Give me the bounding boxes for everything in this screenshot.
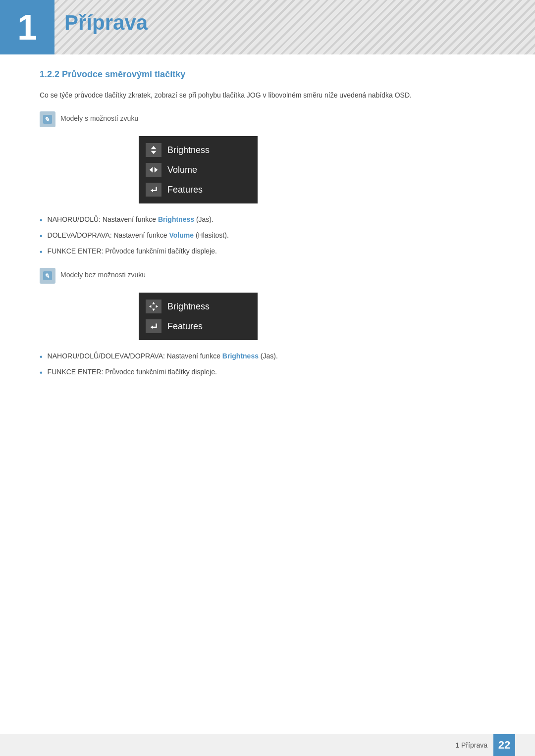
four-arrow-icon xyxy=(148,301,159,312)
osd-label-volume: Volume xyxy=(167,165,197,175)
osd-item-brightness-2: Brightness xyxy=(139,297,258,316)
svg-marker-10 xyxy=(152,309,155,311)
left-right-arrow-icon xyxy=(148,164,159,175)
osd-label-features: Features xyxy=(167,185,203,195)
osd-menu-with-sound: Brightness Volume xyxy=(139,136,258,203)
bullet-brightness-text: NAHORU/DOLŮ: Nastavení funkce Brightness… xyxy=(48,214,214,225)
bullet-enter-1: FUNKCE ENTER: Průvodce funkčními tlačítk… xyxy=(40,246,495,258)
enter-arrow-icon xyxy=(148,184,159,195)
svg-marker-2 xyxy=(151,146,157,149)
osd-item-volume: Volume xyxy=(139,160,258,180)
svg-text:✎: ✎ xyxy=(44,116,50,123)
bullets-with-sound: NAHORU/DOLŮ: Nastavení funkce Brightness… xyxy=(40,214,495,258)
osd-icon-features-enter xyxy=(146,183,161,197)
svg-marker-6 xyxy=(151,189,154,193)
pencil-icon-2: ✎ xyxy=(42,270,53,281)
chapter-block: 1 xyxy=(0,0,54,54)
bullet-enter-2-text: FUNKCE ENTER: Průvodce funkčními tlačítk… xyxy=(48,367,217,377)
note-without-sound-row: ✎ Modely bez možnosti zvuku xyxy=(40,268,495,284)
svg-marker-9 xyxy=(152,302,155,304)
svg-marker-11 xyxy=(149,305,152,308)
osd-icon-brightness xyxy=(146,143,161,157)
svg-marker-3 xyxy=(151,151,157,154)
svg-marker-4 xyxy=(150,167,153,173)
osd-label-features-2: Features xyxy=(167,321,203,332)
footer-page-number: 22 xyxy=(493,734,515,756)
volume-bold: Volume xyxy=(169,231,194,239)
osd-label-brightness-2: Brightness xyxy=(167,302,210,312)
main-content: 1.2.2 Průvodce směrovými tlačítky Co se … xyxy=(40,69,495,389)
note-icon-sound: ✎ xyxy=(40,111,55,127)
footer: 1 Příprava 22 xyxy=(0,734,535,756)
bullets-without-sound: NAHORU/DOLŮ/DOLEVA/DOPRAVA: Nastavení fu… xyxy=(40,351,495,379)
note-with-sound-text: Modely s možností zvuku xyxy=(60,111,138,122)
bullet-volume-text: DOLEVA/DOPRAVA: Nastavení funkce Volume … xyxy=(48,230,229,241)
up-down-arrow-icon xyxy=(148,145,159,155)
osd-icon-volume xyxy=(146,163,161,177)
intro-text: Co se týče průvodce tlačítky zkratek, zo… xyxy=(40,90,495,101)
osd-without-sound: Brightness Features xyxy=(139,293,495,340)
brightness-bold: Brightness xyxy=(158,215,194,223)
svg-marker-12 xyxy=(156,305,159,308)
osd-item-brightness: Brightness xyxy=(139,140,258,160)
bullet-enter-1-text: FUNKCE ENTER: Průvodce funkčními tlačítk… xyxy=(48,246,217,256)
chapter-number: 1 xyxy=(17,7,37,48)
osd-item-features: Features xyxy=(139,180,258,200)
svg-marker-13 xyxy=(151,326,154,329)
osd-item-features-2: Features xyxy=(139,316,258,336)
svg-text:✎: ✎ xyxy=(44,272,50,280)
pencil-icon: ✎ xyxy=(42,114,53,125)
osd-with-sound: Brightness Volume xyxy=(139,136,495,203)
enter-arrow-icon-2 xyxy=(148,321,159,332)
note-with-sound-row: ✎ Modely s možností zvuku xyxy=(40,111,495,127)
bullet-enter-2: FUNKCE ENTER: Průvodce funkčními tlačítk… xyxy=(40,367,495,379)
brightness-bold-2: Brightness xyxy=(222,352,259,360)
section-heading: 1.2.2 Průvodce směrovými tlačítky xyxy=(40,69,495,80)
osd-menu-without-sound: Brightness Features xyxy=(139,293,258,340)
osd-label-brightness: Brightness xyxy=(167,145,210,155)
bullet-brightness-2-text: NAHORU/DOLŮ/DOLEVA/DOPRAVA: Nastavení fu… xyxy=(48,351,278,361)
bullet-volume: DOLEVA/DOPRAVA: Nastavení funkce Volume … xyxy=(40,230,495,242)
note-without-sound-text: Modely bez možnosti zvuku xyxy=(60,268,146,279)
svg-marker-5 xyxy=(155,167,158,173)
bullet-brightness-2: NAHORU/DOLŮ/DOLEVA/DOPRAVA: Nastavení fu… xyxy=(40,351,495,363)
chapter-title: Příprava xyxy=(64,11,148,35)
note-icon-nosound: ✎ xyxy=(40,268,55,284)
footer-text: 1 Příprava xyxy=(455,741,487,749)
bullet-brightness: NAHORU/DOLŮ: Nastavení funkce Brightness… xyxy=(40,214,495,226)
osd-icon-features-enter-2 xyxy=(146,319,161,333)
osd-icon-brightness-2 xyxy=(146,300,161,313)
